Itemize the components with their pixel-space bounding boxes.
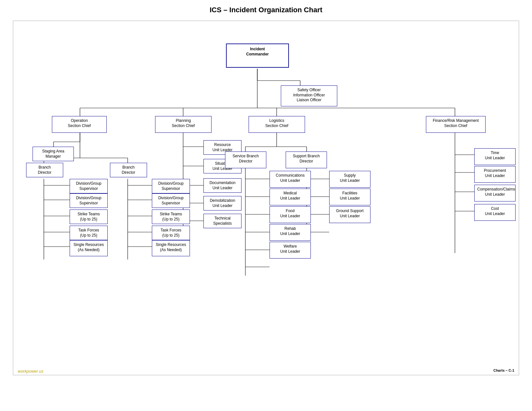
page-title: ICS – Incident Organization Chart: [0, 0, 532, 17]
welfare-unit-leader-node: WelfareUnit Leader: [270, 242, 311, 259]
div-group-sup-1b-node: Division/GroupSupervisor: [70, 193, 108, 208]
footer-watermark: workpower.us: [18, 369, 44, 374]
facilities-unit-leader-node: FacilitiesUnit Leader: [329, 189, 370, 205]
div-group-sup-1a-node: Division/GroupSupervisor: [70, 179, 108, 193]
documentation-unit-leader-node: DocumentationUnit Leader: [203, 178, 241, 193]
staging-area-manager-node: Staging AreaManager: [33, 147, 74, 161]
demobilization-unit-leader-node: DemobilizationUnit Leader: [203, 196, 241, 210]
branch-director-1-node: BranchDirector: [26, 163, 63, 177]
finance-chief-node: Finance/Risk ManagementSection Chief: [426, 116, 486, 133]
procurement-unit-leader-node: ProcurementUnit Leader: [474, 166, 516, 183]
operation-chief-node: OperationSection Chief: [52, 116, 107, 133]
div-group-sup-2a-node: Division/GroupSupervisor: [152, 179, 190, 193]
food-unit-leader-node: FoodUnit Leader: [270, 206, 311, 223]
chart-container: IncidentCommander Safety OfficerInformat…: [13, 21, 519, 375]
compensation-claims-unit-leader-node: Compensation/ClaimsUnit Leader: [474, 185, 516, 201]
communications-unit-leader-node: CommunicationsUnit Leader: [270, 171, 311, 188]
rehab-unit-leader-node: RehabUnit Leader: [270, 224, 311, 241]
logistics-chief-node: LogisticsSection Chief: [249, 116, 305, 133]
incident-commander-node: IncidentCommander: [226, 44, 289, 68]
ground-support-unit-leader-node: Ground SupportUnit Leader: [329, 206, 370, 223]
single-resources-2-node: Single Resources(As Needed): [152, 240, 190, 256]
div-group-sup-2b-node: Division/GroupSupervisor: [152, 193, 190, 208]
planning-chief-node: PlanningSection Chief: [155, 116, 212, 133]
safety-officer-node: Safety OfficerInformation OfficerLiaison…: [281, 85, 337, 106]
footer-charts: Charts – C-1: [493, 368, 514, 372]
cost-unit-leader-node: CostUnit Leader: [474, 204, 516, 221]
technical-specialists-node: TechnicalSpecialists: [203, 214, 241, 228]
single-resources-1-node: Single Resources(As Needed): [70, 240, 108, 256]
time-unit-leader-node: TimeUnit Leader: [474, 148, 516, 165]
support-branch-director-node: Support BranchDirector: [286, 152, 327, 168]
supply-unit-leader-node: SupplyUnit Leader: [329, 171, 370, 188]
task-forces-1-node: Task Forces(Up to 25): [70, 226, 108, 240]
strike-teams-2-node: Strike Teams(Up to 25): [152, 210, 190, 224]
medical-unit-leader-node: MedicalUnit Leader: [270, 189, 311, 205]
task-forces-2-node: Task Forces(Up to 25): [152, 226, 190, 240]
strike-teams-1-node: Strike Teams(Up to 25): [70, 210, 108, 224]
service-branch-director-node: Service BranchDirector: [225, 152, 266, 168]
branch-director-2-node: BranchDirector: [110, 163, 147, 177]
